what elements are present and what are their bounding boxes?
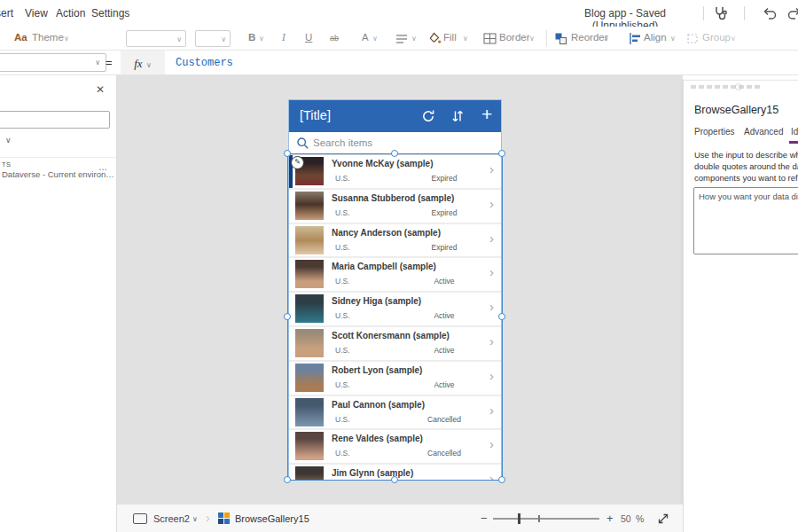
- border-button[interactable]: Border: [499, 32, 530, 43]
- resize-handle[interactable]: [498, 150, 505, 157]
- more-icon[interactable]: …: [98, 162, 108, 172]
- divider: [546, 30, 547, 47]
- reorder-icon: [554, 32, 567, 45]
- fit-to-window-icon[interactable]: [656, 512, 670, 526]
- browse-gallery[interactable]: Yvonne McKay (sample) U.S. Expired › Sus…: [289, 155, 501, 480]
- item-status: Active: [422, 380, 466, 389]
- close-icon[interactable]: ✕: [96, 83, 105, 96]
- align-button[interactable]: Align: [644, 32, 667, 43]
- refresh-icon[interactable]: [419, 107, 437, 125]
- resize-handle[interactable]: [391, 150, 398, 157]
- italic-button[interactable]: I: [282, 32, 286, 43]
- avatar: [295, 364, 324, 392]
- breadcrumb-control[interactable]: BrowseGallery15: [235, 513, 309, 524]
- chevron-right-icon[interactable]: ›: [489, 264, 494, 279]
- resize-handle[interactable]: [284, 150, 291, 157]
- property-select[interactable]: ∨: [0, 53, 106, 72]
- list-item[interactable]: Sidney Higa (sample) U.S. Active ›: [289, 293, 501, 325]
- bold-button[interactable]: B: [248, 32, 255, 43]
- resize-handle[interactable]: [498, 313, 505, 320]
- chevron-right-icon[interactable]: ›: [489, 403, 494, 418]
- chevron-right-icon[interactable]: ›: [489, 471, 494, 480]
- fill-button[interactable]: Fill: [443, 32, 457, 43]
- chevron-right-icon[interactable]: ›: [489, 299, 494, 314]
- app-checker-icon[interactable]: [712, 4, 730, 22]
- resize-handle[interactable]: [284, 476, 291, 483]
- zoom-in-button[interactable]: +: [606, 512, 614, 525]
- item-region: U.S.: [335, 449, 350, 458]
- list-item[interactable]: Nancy Anderson (sample) U.S. Expired ›: [289, 224, 501, 257]
- item-status: Expired: [422, 208, 466, 217]
- list-item[interactable]: Maria Campbell (sample) U.S. Active ›: [289, 258, 501, 291]
- chevron-right-icon[interactable]: ›: [489, 196, 494, 211]
- item-region: U.S.: [335, 415, 350, 424]
- chevron-down-icon: ∨: [95, 59, 100, 66]
- fx-label: fx: [134, 57, 142, 70]
- item-region: U.S.: [335, 277, 350, 286]
- screen-select[interactable]: Screen2: [153, 513, 190, 524]
- search-icon: [296, 137, 309, 150]
- divider: [0, 157, 117, 158]
- resize-handle[interactable]: [498, 476, 505, 483]
- chevron-right-icon[interactable]: ›: [489, 231, 494, 246]
- item-region: U.S.: [335, 311, 350, 320]
- theme-icon: Aa: [14, 32, 27, 43]
- list-item[interactable]: Paul Cannon (sample) U.S. Cancelled ›: [289, 396, 501, 429]
- search-input[interactable]: Search items: [313, 137, 372, 148]
- avatar: [295, 192, 324, 220]
- list-item[interactable]: Robert Lyon (sample) U.S. Active ›: [289, 362, 501, 395]
- list-item[interactable]: Scott Konersmann (sample) U.S. Active ›: [289, 327, 501, 360]
- zoom-slider-handle[interactable]: [518, 513, 520, 524]
- chevron-down-icon: ∨: [670, 35, 676, 43]
- font-color-button[interactable]: A: [362, 32, 369, 43]
- resize-handle[interactable]: [391, 476, 398, 483]
- add-item-icon[interactable]: +: [481, 104, 492, 125]
- design-canvas[interactable]: [Title] +: [117, 75, 683, 504]
- chevron-down-icon: ∨: [64, 35, 69, 43]
- font-size-select[interactable]: ∨: [195, 30, 231, 47]
- chevron-down-icon: ∨: [372, 35, 378, 43]
- zoom-unit: %: [636, 513, 644, 524]
- menu-insert[interactable]: Insert: [0, 7, 13, 20]
- strikethrough-button[interactable]: ab: [330, 34, 339, 43]
- reorder-button[interactable]: Reorder: [571, 32, 608, 43]
- sort-icon[interactable]: [449, 107, 466, 125]
- chevron-right-icon[interactable]: ›: [489, 333, 494, 348]
- menu-view[interactable]: View: [25, 7, 48, 20]
- text-align-icon[interactable]: [395, 34, 408, 44]
- zoom-out-button[interactable]: −: [481, 512, 488, 525]
- list-item[interactable]: Susanna Stubberod (sample) U.S. Expired …: [289, 190, 501, 223]
- menu-action[interactable]: Action: [56, 7, 85, 20]
- undo-icon[interactable]: [761, 4, 778, 22]
- ideas-input[interactable]: [693, 187, 798, 254]
- redo-icon[interactable]: [786, 4, 798, 22]
- chevron-right-icon[interactable]: ›: [489, 368, 494, 383]
- edit-item-icon[interactable]: ✎: [291, 156, 304, 169]
- chevron-down-icon[interactable]: ∨: [192, 515, 198, 523]
- chevron-down-icon: ∨: [604, 35, 609, 43]
- data-search-input[interactable]: [0, 111, 110, 129]
- tab-properties[interactable]: Properties: [694, 127, 735, 137]
- fx-button[interactable]: fx ∨: [121, 51, 165, 74]
- breadcrumb-separator: ›: [206, 511, 210, 525]
- chevron-down-icon[interactable]: ∨: [5, 136, 12, 145]
- datasource-item[interactable]: Dataverse - Current environ…: [2, 169, 113, 179]
- list-item[interactable]: Yvonne McKay (sample) U.S. Expired ›: [289, 155, 501, 188]
- menu-settings[interactable]: Settings: [91, 7, 129, 20]
- list-item[interactable]: Rene Valdes (sample) U.S. Cancelled ›: [289, 430, 501, 463]
- chevron-right-icon[interactable]: ›: [489, 436, 494, 451]
- item-region: U.S.: [335, 174, 350, 183]
- font-family-select[interactable]: ∨: [126, 30, 186, 47]
- chevron-down-icon: ∨: [221, 35, 226, 43]
- tab-ideas[interactable]: Ideas: [791, 127, 798, 137]
- resize-handle[interactable]: [284, 313, 291, 320]
- underline-button[interactable]: U: [305, 32, 312, 43]
- item-name: Sidney Higa (sample): [332, 296, 421, 306]
- theme-button[interactable]: Theme: [32, 32, 64, 43]
- formula-input[interactable]: Customers: [176, 57, 233, 69]
- gallery-icon: [218, 512, 230, 524]
- tab-advanced[interactable]: Advanced: [744, 127, 783, 137]
- title-bar: [Title] +: [289, 100, 501, 132]
- zoom-slider[interactable]: [493, 518, 599, 520]
- chevron-right-icon[interactable]: ›: [489, 161, 494, 176]
